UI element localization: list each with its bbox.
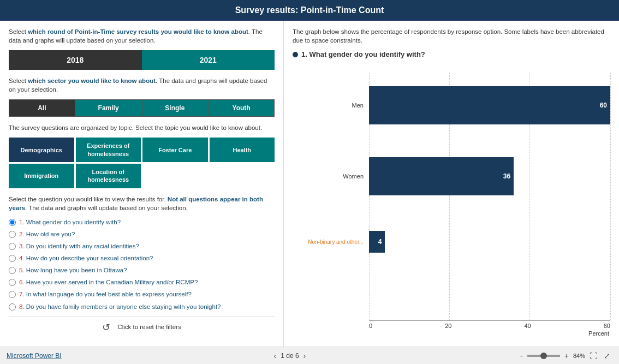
sector-single-button[interactable]: Single [142,99,209,117]
question-radio-7[interactable] [9,291,16,298]
question-label-8[interactable]: 8. Do you have family members or anyone … [19,302,221,311]
question-radio-1[interactable] [9,219,16,226]
next-page-button[interactable]: › [303,351,306,360]
question-item-4[interactable]: 4. How do you describe your sexual orien… [9,254,275,262]
x-tick-0: 0 [369,323,372,329]
topic-experiences-button[interactable]: Experiences of homelessness [76,138,141,162]
question-item-5[interactable]: 5. How long have you been in Ottawa? [9,266,275,275]
bottom-bar: Microsoft Power BI ‹ 1 de 6 › - + 84% ⛶ … [0,347,619,364]
reset-icon: ↺ [102,321,113,332]
bar-track-women: 36 [369,157,610,195]
x-axis-labels: 0 20 40 60 [369,321,610,329]
question-item-1[interactable]: 1. What gender do you identify with? [9,218,275,226]
x-tick-60: 60 [604,323,610,329]
question-label-5[interactable]: 5. How long have you been in Ottawa? [19,266,127,275]
question-instruction: Select the question you would like to vi… [9,195,275,212]
question-label-3[interactable]: 3. Do you identify with any racial ident… [19,242,139,250]
question-radio-4[interactable] [9,255,16,262]
bar-row-nonbinary: Non-binary and other... 4 [293,220,610,264]
question-radio-2[interactable] [9,231,16,238]
question-item-6[interactable]: 6. Have you ever served in the Canadian … [9,278,275,287]
topic-fostercare-button[interactable]: Foster Care [142,138,208,162]
question-label-7[interactable]: 7. In what language do you feel best abl… [19,290,192,299]
right-panel: The graph below shows the percentage of … [284,21,619,347]
powerbi-link[interactable]: Microsoft Power BI [7,352,62,360]
bar-label-men: Men [293,102,364,109]
sector-family-button[interactable]: Family [75,99,142,117]
bar-fill-women: 36 [369,157,514,195]
question-item-2[interactable]: 2. How old are you? [9,230,275,238]
question-label-1[interactable]: 1. What gender do you identify with? [19,218,121,226]
question-radio-8[interactable] [9,303,16,311]
topic-immigration-button[interactable]: Immigration [9,164,74,188]
content-area: Select which round of Point-in-Time surv… [0,21,619,347]
expand-button[interactable]: ⤢ [602,350,612,361]
question-item-7[interactable]: 7. In what language do you feel best abl… [9,290,275,299]
page-navigation: ‹ 1 de 6 › [274,351,306,360]
page-title: Survey results: Point-in-Time Count [235,5,384,15]
sector-youth-button[interactable]: Youth [208,99,275,117]
bar-fill-men: 60 [369,86,610,124]
sector-buttons-group: All Family Single Youth [9,99,275,117]
bar-track-men: 60 [369,86,610,124]
x-tick-20: 20 [445,323,451,329]
reset-bar[interactable]: ↺ Click to reset the filters [9,317,275,337]
fullscreen-button[interactable]: ⛶ [587,350,599,361]
bar-track-nonbinary: 4 [369,231,610,253]
year-2018-button[interactable]: 2018 [9,50,142,70]
question-radio-6[interactable] [9,279,16,286]
year-buttons-group: 2018 2021 [9,50,275,70]
question-item-3[interactable]: 3. Do you identify with any racial ident… [9,242,275,250]
zoom-level: 84% [573,353,585,359]
zoom-bar: - + 84% ⛶ ⤢ [518,350,612,361]
left-panel: Select which round of Point-in-Time surv… [0,21,284,347]
topic-demographics-button[interactable]: Demographics [9,138,74,162]
chart-dot-icon [293,52,298,57]
questions-list: 1. What gender do you identify with? 2. … [9,218,275,314]
bar-row-men: Men 60 [293,83,610,127]
x-axis-label-text: Percent [369,330,610,337]
bar-label-women: Women [293,173,364,180]
question-radio-5[interactable] [9,267,16,274]
topic-instruction: The survey questions are organized by to… [9,123,275,132]
chart-title: 1. What gender do you identify with? [293,50,610,58]
question-label-2[interactable]: 2. How old are you? [19,230,75,238]
sector-instruction: Select which sector you would like to kn… [9,76,275,94]
chart-container: Men 60 Women 36 Non-binary and other... … [293,67,610,340]
topic-health-button[interactable]: Health [210,138,275,162]
zoom-minus-button[interactable]: - [518,350,525,361]
bar-row-women: Women 36 [293,154,610,198]
main-container: Survey results: Point-in-Time Count Sele… [0,0,619,364]
bar-fill-non-binary-and-other...: 4 [369,231,385,253]
reset-text: Click to reset the filters [117,324,181,330]
question-item-8[interactable]: 8. Do you have family members or anyone … [9,302,275,311]
grid-line-60 [610,73,611,320]
question-radio-3[interactable] [9,243,16,250]
x-tick-40: 40 [524,323,531,329]
page-indicator: 1 de 6 [281,352,299,360]
title-bar: Survey results: Point-in-Time Count [0,0,619,21]
chart-title-text: 1. What gender do you identify with? [301,50,425,58]
question-label-4[interactable]: 4. How do you describe your sexual orien… [19,254,153,262]
question-label-6[interactable]: 6. Have you ever served in the Canadian … [19,278,198,287]
sector-all-button[interactable]: All [9,99,75,117]
round-instruction: Select which round of Point-in-Time surv… [9,27,275,45]
bar-label-nonbinary: Non-binary and other... [293,239,364,245]
zoom-plus-button[interactable]: + [562,350,571,361]
topic-grid: Demographics Experiences of homelessness… [9,138,275,188]
year-2021-button[interactable]: 2021 [142,50,275,70]
zoom-thumb [540,353,547,359]
x-axis: 0 20 40 60 Percent [369,320,610,340]
prev-page-button[interactable]: ‹ [274,351,277,360]
graph-description: The graph below shows the percentage of … [293,27,610,45]
topic-location-button[interactable]: Location of homelessness [76,164,141,188]
zoom-slider[interactable] [527,355,560,357]
